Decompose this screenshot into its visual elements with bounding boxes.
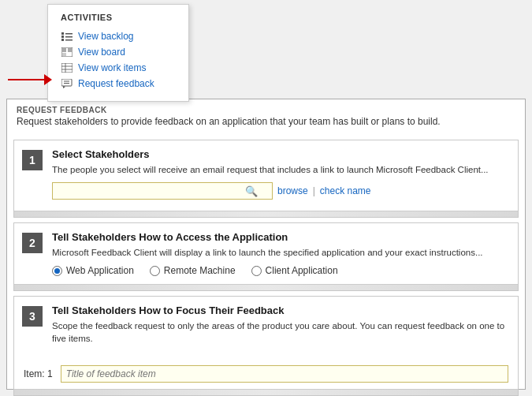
svg-rect-5 [65, 39, 73, 41]
request-feedback-label: Request feedback [78, 78, 154, 89]
check-name-link[interactable]: check name [320, 185, 371, 196]
table-icon [61, 62, 73, 73]
view-work-items-item[interactable]: View work items [61, 60, 176, 76]
radio-client-app[interactable]: Client Application [251, 265, 338, 276]
step-2-number: 2 [22, 233, 43, 253]
dropdown-title: ACTIVITIES [61, 13, 176, 22]
view-backlog-item[interactable]: View backlog [61, 28, 176, 44]
svg-rect-14 [61, 79, 72, 86]
step-2-scroll-hint [14, 284, 518, 290]
radio-remote-machine-circle [150, 266, 160, 276]
activities-dropdown: ACTIVITIES View backlog View board [47, 4, 189, 102]
step-2-content: Tell Stakeholders How to Access the Appl… [52, 231, 510, 276]
search-box: 🔍 [52, 182, 273, 200]
svg-rect-0 [61, 32, 64, 35]
page-title: REQUEST FEEDBACK [7, 99, 525, 116]
step-1-heading: Select Stakeholders [52, 148, 510, 160]
radio-row: Web Application Remote Machine Client Ap… [52, 265, 510, 276]
step-1-desc: The people you select will receive an em… [52, 163, 510, 176]
step-2: 2 Tell Stakeholders How to Access the Ap… [13, 222, 519, 291]
svg-rect-8 [68, 48, 72, 52]
radio-client-app-circle [251, 266, 262, 276]
step-1-scroll-hint [14, 211, 518, 217]
step-3-heading: Tell Stakeholders How to Focus Their Fee… [52, 304, 510, 316]
radio-web-app-circle [52, 266, 62, 276]
svg-rect-10 [61, 63, 73, 73]
radio-web-app-label: Web Application [66, 265, 134, 276]
radio-web-app[interactable]: Web Application [52, 265, 134, 276]
browse-link[interactable]: browse [277, 185, 308, 196]
svg-rect-3 [65, 33, 73, 35]
step-1-number: 1 [22, 150, 43, 170]
svg-rect-9 [62, 53, 66, 56]
radio-client-app-label: Client Application [266, 265, 338, 276]
step-2-desc: Microsoft Feedback Client will display a… [52, 246, 510, 259]
list-icon [61, 31, 73, 42]
step-1-search-row: 🔍 browse | check name [52, 182, 510, 200]
svg-rect-2 [61, 39, 64, 41]
step-3-scroll-hint [14, 389, 518, 395]
step-3-desc: Scope the feedback request to only the a… [52, 319, 510, 345]
search-input[interactable] [56, 185, 245, 196]
board-icon [61, 47, 73, 58]
view-backlog-label: View backlog [78, 31, 134, 42]
arrow-head [44, 74, 52, 85]
feedback-icon [61, 78, 73, 89]
step-2-heading: Tell Stakeholders How to Access the Appl… [52, 231, 510, 243]
main-panel: REQUEST FEEDBACK Request stakeholders to… [6, 99, 526, 390]
radio-remote-machine[interactable]: Remote Machine [150, 265, 236, 276]
svg-rect-7 [62, 48, 66, 52]
item-label: Item: 1 [24, 368, 53, 379]
view-work-items-label: View work items [78, 62, 146, 73]
view-board-item[interactable]: View board [61, 44, 176, 60]
arrow-line [8, 79, 47, 80]
page-subtitle: Request stakeholders to provide feedback… [7, 116, 525, 135]
radio-remote-machine-label: Remote Machine [164, 265, 236, 276]
step-3-content: Tell Stakeholders How to Focus Their Fee… [52, 304, 510, 351]
svg-rect-1 [61, 35, 64, 38]
step-3: 3 Tell Stakeholders How to Focus Their F… [13, 296, 519, 396]
feedback-item-row: Item: 1 [14, 359, 518, 389]
view-board-label: View board [78, 47, 125, 58]
separator: | [313, 185, 315, 196]
step-1: 1 Select Stakeholders The people you sel… [13, 140, 519, 218]
step-3-number: 3 [22, 306, 43, 327]
step-1-content: Select Stakeholders The people you selec… [52, 148, 510, 203]
search-icon: 🔍 [245, 185, 258, 197]
feedback-item-input[interactable] [61, 365, 508, 383]
request-feedback-item[interactable]: Request feedback [61, 76, 176, 92]
svg-rect-4 [65, 36, 73, 38]
